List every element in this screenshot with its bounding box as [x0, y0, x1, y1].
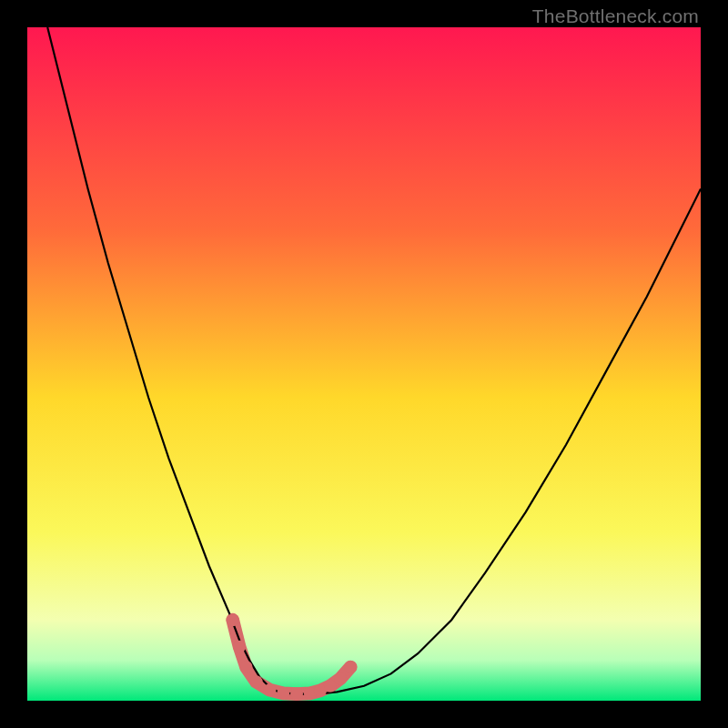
highlight-dot: [277, 687, 289, 700]
highlight-dot: [227, 613, 239, 626]
highlight-dot: [290, 688, 303, 701]
highlight-dot: [250, 675, 263, 688]
highlight-dot: [263, 683, 276, 696]
highlight-dot: [334, 672, 347, 685]
bottleneck-curve: [47, 27, 701, 694]
watermark-text: TheBottleneck.com: [532, 5, 699, 27]
highlight-dot: [233, 641, 246, 653]
highlight-dot: [344, 661, 357, 673]
curve-layer: [27, 27, 701, 701]
plot-area: [27, 27, 701, 701]
highlight-dot: [240, 661, 253, 673]
